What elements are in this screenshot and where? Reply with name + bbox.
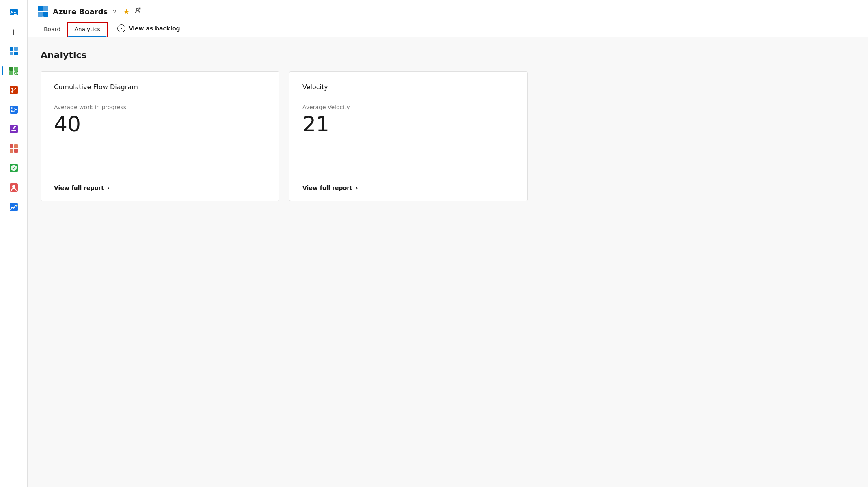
svg-rect-6	[10, 52, 13, 55]
svg-rect-4	[10, 47, 13, 51]
svg-rect-34	[38, 12, 43, 17]
svg-rect-23	[10, 144, 13, 148]
sidebar-icon-repos[interactable]	[5, 81, 23, 99]
svg-point-18	[11, 107, 13, 109]
svg-rect-32	[38, 6, 43, 11]
tab-analytics-label: Analytics	[74, 26, 100, 32]
content-area: Analytics Cumulative Flow Diagram Averag…	[28, 37, 868, 487]
cfd-view-full-report-button[interactable]: View full report ›	[54, 185, 266, 191]
sidebar-icon-add[interactable]: +	[5, 23, 23, 41]
tab-active-underline	[74, 36, 100, 37]
svg-rect-9	[14, 67, 18, 71]
sidebar-icon-pipelines[interactable]	[5, 101, 23, 119]
svg-rect-0	[10, 9, 18, 15]
svg-rect-8	[9, 67, 13, 71]
sidebar: +	[0, 0, 28, 487]
svg-rect-30	[10, 203, 18, 211]
app-title: Azure Boards	[53, 7, 108, 16]
velocity-metric-label: Average Velocity	[302, 104, 514, 110]
svg-point-31	[16, 205, 17, 206]
velocity-card-title: Velocity	[302, 83, 514, 91]
svg-text:⚙: ⚙	[139, 8, 140, 10]
sidebar-icon-boards-active[interactable]	[5, 62, 23, 80]
svg-rect-1	[14, 11, 17, 11]
velocity-footer-label: View full report	[302, 185, 352, 191]
view-backlog-label: View as backlog	[129, 25, 180, 32]
sidebar-icon-azure-devops[interactable]	[5, 3, 23, 21]
dropdown-chevron-icon[interactable]: ∨	[112, 8, 117, 15]
favorite-star-icon[interactable]: ★	[123, 7, 130, 16]
cfd-card: Cumulative Flow Diagram Average work in …	[41, 71, 279, 201]
header: Azure Boards ∨ ★ ⚙ Board Analytics	[28, 0, 868, 37]
svg-rect-5	[14, 47, 18, 51]
app-icon	[37, 6, 49, 17]
svg-rect-7	[14, 52, 18, 55]
page-title: Analytics	[41, 50, 855, 60]
header-top: Azure Boards ∨ ★ ⚙	[37, 6, 858, 17]
svg-rect-25	[10, 149, 13, 153]
velocity-view-full-report-button[interactable]: View full report ›	[302, 185, 514, 191]
svg-rect-22	[11, 130, 16, 131]
tab-board[interactable]: Board	[37, 23, 67, 37]
sidebar-icon-boards-blue[interactable]	[5, 42, 23, 60]
tab-board-label: Board	[44, 26, 60, 32]
velocity-chevron-right-icon: ›	[356, 185, 358, 191]
svg-rect-3	[14, 14, 17, 15]
cfd-footer-label: View full report	[54, 185, 104, 191]
person-settings-icon[interactable]: ⚙	[134, 7, 141, 16]
svg-rect-24	[14, 144, 18, 148]
sidebar-icon-feedback[interactable]	[5, 179, 23, 196]
velocity-metric-value: 21	[302, 114, 514, 135]
svg-point-12	[14, 71, 18, 75]
svg-rect-10	[9, 71, 13, 75]
cfd-chevron-right-icon: ›	[107, 185, 110, 191]
svg-point-14	[11, 88, 13, 89]
sidebar-icon-artifacts[interactable]	[5, 140, 23, 157]
sidebar-icon-test-plans[interactable]	[5, 120, 23, 138]
svg-rect-2	[14, 12, 16, 13]
nav-tabs: Board Analytics › View as backlog	[37, 21, 858, 37]
svg-rect-26	[14, 149, 18, 153]
svg-rect-33	[43, 6, 48, 11]
main-content: Azure Boards ∨ ★ ⚙ Board Analytics	[28, 0, 868, 487]
cfd-metric-value: 40	[54, 114, 266, 135]
add-icon: +	[10, 27, 17, 37]
analytics-cards-grid: Cumulative Flow Diagram Average work in …	[41, 71, 528, 201]
svg-rect-35	[43, 12, 48, 17]
sidebar-icon-analytics[interactable]	[5, 198, 23, 216]
view-backlog-button[interactable]: › View as backlog	[108, 21, 187, 37]
sidebar-icon-security[interactable]	[5, 159, 23, 177]
view-backlog-icon: ›	[117, 24, 125, 32]
svg-point-19	[11, 110, 13, 112]
velocity-card: Velocity Average Velocity 21 View full r…	[289, 71, 528, 201]
svg-point-29	[12, 185, 15, 188]
tab-analytics[interactable]: Analytics	[67, 22, 108, 37]
svg-point-16	[11, 91, 13, 93]
cfd-metric-label: Average work in progress	[54, 104, 266, 110]
cfd-card-title: Cumulative Flow Diagram	[54, 83, 266, 91]
